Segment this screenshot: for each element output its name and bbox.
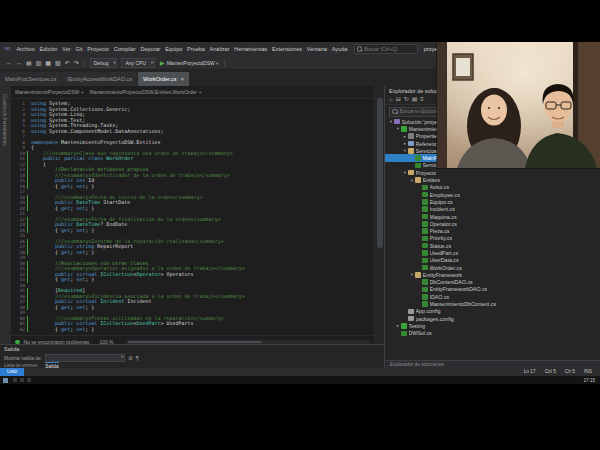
code-editor[interactable]: 1using System;2using System.Collections.… [11, 99, 374, 335]
menu-item-analizar[interactable]: Analizar [207, 42, 232, 56]
status-item-col-5: Col 5 [545, 368, 556, 376]
clear-all-icon[interactable]: ⊘ [128, 354, 133, 362]
tree-item-usedpart-cs[interactable]: UsedPart.cs [385, 249, 600, 256]
tree-item-incident-cs[interactable]: Incident.cs [385, 206, 600, 213]
output-source-combo[interactable] [45, 354, 125, 362]
menu-item-compilar[interactable]: Compilar [111, 42, 138, 56]
folder-icon [415, 177, 421, 183]
cs-icon [422, 258, 428, 264]
tree-item-entityframework[interactable]: ▾EntityFramework [385, 271, 600, 278]
tree-item-label: Maquina.cs [430, 214, 457, 220]
undo-icon[interactable]: ↶ [63, 56, 72, 70]
tree-item-priority-cs[interactable]: Priority.cs [385, 235, 600, 242]
menu-item-prueba[interactable]: Prueba [185, 42, 208, 56]
toolbar-separator [84, 59, 85, 67]
tree-item-operator-cs[interactable]: Operator.cs [385, 220, 600, 227]
chevron-down-icon [199, 89, 201, 95]
tree-item-employee-cs[interactable]: Employee.cs [385, 191, 600, 198]
tree-item-dbcontextdao-cs[interactable]: DbContextDAO.cs [385, 279, 600, 286]
cs-icon [415, 155, 421, 161]
taskbar-app-icon[interactable] [20, 378, 24, 382]
tree-item-testing[interactable]: ▸Testing [385, 322, 600, 329]
tree-item-label: packages.config [416, 316, 454, 322]
menu-item-herramientas[interactable]: Herramientas [232, 42, 270, 56]
cs-icon [422, 192, 428, 198]
tree-item-app-config[interactable]: App.config [385, 308, 600, 315]
open-file-icon[interactable]: ▥ [34, 56, 44, 70]
taskbar-apps[interactable] [13, 378, 31, 382]
cs-icon [422, 206, 428, 212]
tab-mainprocservices-cs[interactable]: MainProcServices.cs [0, 72, 61, 86]
menu-item-ver[interactable]: Ver [60, 42, 73, 56]
tab-ientityaccessworkdao-cs[interactable]: IEntityAccessWorkDAO.cs [62, 72, 137, 86]
cfg-icon [408, 316, 414, 322]
run-target-label: MantenProyectoDSW [167, 60, 219, 66]
platform-dropdown[interactable]: Any CPU [121, 58, 155, 68]
save-icon[interactable]: ▦ [43, 56, 53, 70]
cs-icon [401, 331, 407, 337]
menu-item-git[interactable]: Git [73, 42, 85, 56]
tree-item-label: IDAO.cs [430, 294, 450, 300]
tree-item-maquina-cs[interactable]: Maquina.cs [385, 213, 600, 220]
configuration-dropdown[interactable]: Debug [90, 58, 118, 68]
breadcrumb-project[interactable]: MantenimientoProyectoDSW [15, 89, 83, 95]
forward-arrow-icon[interactable]: → [14, 56, 24, 70]
back-arrow-icon[interactable]: ← [4, 56, 14, 70]
start-button[interactable] [3, 378, 8, 383]
menu-item-depurar[interactable]: Depurar [138, 42, 163, 56]
redo-icon[interactable]: ↷ [72, 56, 81, 70]
menu-item-archivo[interactable]: Archivo [14, 42, 37, 56]
word-wrap-icon[interactable]: ¶ [136, 354, 139, 362]
tree-item-equipo-cs[interactable]: Equipo.cs [385, 198, 600, 205]
tree-item-pieza-cs[interactable]: Pieza.cs [385, 227, 600, 234]
properties-icon[interactable]: ≡ [420, 95, 424, 104]
run-button[interactable]: ▶ MantenProyectoDSW [160, 59, 218, 66]
tree-item-entities[interactable]: ▾Entities [385, 176, 600, 183]
scrollbar-thumb[interactable] [377, 98, 383, 248]
breadcrumb-member-label: MantenimientoProyectoDSW.Entities.WorkOr… [89, 89, 196, 95]
tree-item-proyecto[interactable]: ▾Proyecto [385, 169, 600, 176]
menu-item-equipo[interactable]: Equipo [163, 42, 185, 56]
cfg-icon [408, 309, 414, 315]
menu-item-proyecto[interactable]: Proyecto [85, 42, 112, 56]
menu-item-edici-n[interactable]: Edición [37, 42, 60, 56]
tree-item-label: Aviso.cs [430, 184, 450, 190]
code-text: { get; set; } [28, 327, 94, 333]
tree-item-mantenimientodbcontext-cs[interactable]: MantenimientoDbContext.cs [385, 300, 600, 307]
tree-item-aviso-cs[interactable]: Aviso.cs [385, 184, 600, 191]
tree-item-packages-config[interactable]: packages.config [385, 315, 600, 322]
new-file-icon[interactable]: ▤ [24, 56, 34, 70]
tree-item-status-cs[interactable]: Status.cs [385, 242, 600, 249]
breadcrumb-member[interactable]: MantenimientoProyectoDSW.Entities.WorkOr… [89, 89, 201, 95]
tree-item-entityframeworkdao-cs[interactable]: EntityFrameworkDAO.cs [385, 286, 600, 293]
tree-item-workorder-cs[interactable]: WorkOrder.cs [385, 264, 600, 271]
refresh-icon[interactable]: ↻ [404, 95, 409, 104]
taskbar-app-icon[interactable] [13, 378, 17, 382]
show-all-files-icon[interactable]: ▤ [412, 95, 418, 104]
tree-item-idao-cs[interactable]: IDAO.cs [385, 293, 600, 300]
code-text: using System.ComponentModel.DataAnnotati… [28, 129, 163, 135]
menu-item-ventana[interactable]: Ventana [304, 42, 329, 56]
proj-icon [401, 323, 407, 329]
quick-search-input[interactable]: Buscar (Ctrl+Q) [354, 44, 418, 54]
cs-icon [422, 221, 428, 227]
tab-label: IEntityAccessWorkDAO.cs [67, 76, 132, 82]
breadcrumb: MantenimientoProyectoDSW MantenimientoPr… [11, 86, 374, 99]
code-text: { get; set; } [28, 250, 94, 256]
tree-item-label: Equipo.cs [430, 199, 453, 205]
close-tab-icon[interactable]: × [181, 76, 185, 82]
collapse-all-icon[interactable]: ⊟ [396, 95, 401, 104]
tree-item-userdata-cs[interactable]: UserData.cs [385, 257, 600, 264]
tab-workorder-cs[interactable]: WorkOrder.cs× [138, 72, 189, 86]
code-line[interactable]: 42 { get; set; } [11, 327, 374, 333]
taskbar-app-icon[interactable] [27, 378, 31, 382]
editor-area: Cuadro de herramientas MantenimientoProy… [0, 86, 384, 344]
cs-icon [422, 236, 428, 242]
save-all-icon[interactable]: ▧ [53, 56, 63, 70]
menu-item-ayuda[interactable]: Ayuda [329, 42, 349, 56]
play-icon: ▶ [160, 59, 165, 66]
menu-item-extensiones[interactable]: Extensiones [270, 42, 305, 56]
solution-explorer-tab[interactable]: Explorador de soluciones [385, 360, 600, 368]
home-icon[interactable]: ⌂ [389, 95, 393, 104]
tree-item-dwsol-cs[interactable]: DWSol.cs [385, 330, 600, 337]
